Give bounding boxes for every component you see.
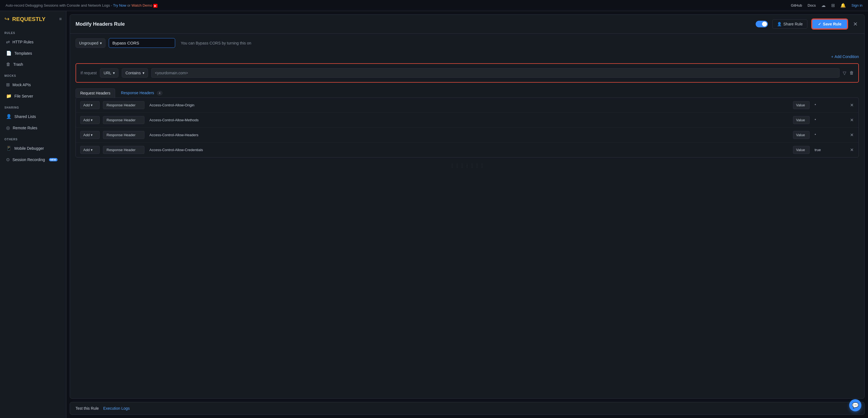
chevron-down-icon: ▾	[113, 71, 115, 75]
headers-table: Add ▾ Response Header Value ✕ Add ▾ Resp…	[75, 98, 859, 158]
sidebar-item-shared-lists[interactable]: 👤 Shared Lists	[2, 111, 64, 122]
watch-demo-link[interactable]: Watch Demo	[131, 3, 152, 7]
sidebar-item-remote-rules[interactable]: ◎ Remote Rules	[2, 123, 64, 133]
delete-condition-icon[interactable]: 🗑	[849, 70, 854, 75]
header-name-input[interactable]	[148, 146, 790, 153]
chevron-down-icon: ▾	[143, 71, 145, 75]
sidebar-item-label: Session Recording	[12, 158, 45, 162]
header-type-select[interactable]: Response Header	[103, 116, 145, 124]
condition-value-input[interactable]	[151, 68, 839, 78]
sidebar-item-session-recording[interactable]: ⊙ Session Recording NEW	[2, 154, 64, 165]
sidebar-item-label: Templates	[14, 51, 32, 56]
sidebar-item-file-server[interactable]: 📁 File Server	[2, 91, 64, 101]
header-value-input[interactable]	[813, 146, 846, 153]
header-name-input[interactable]	[148, 116, 790, 124]
logo-icon: ↪	[4, 15, 9, 23]
chevron-down-icon: ▾	[91, 148, 93, 152]
header-type-select[interactable]: Response Header	[103, 146, 145, 154]
op-label: Add	[83, 133, 90, 137]
tab-count-badge: 4	[157, 91, 162, 95]
rule-panel: Modify Headers Rule 👤 Share Rule ✓ Save …	[70, 14, 865, 399]
logo-text: REQUESTLY	[12, 16, 45, 22]
sidebar-item-mock-apis[interactable]: ⊞ Mock APIs	[2, 79, 64, 90]
header-delete-button[interactable]: ✕	[849, 102, 854, 108]
header-delete-button[interactable]: ✕	[849, 117, 854, 123]
header-op-select[interactable]: Add ▾	[80, 131, 100, 139]
sign-in-link[interactable]: Sign in	[851, 3, 863, 7]
sidebar-item-label: HTTP Rules	[12, 40, 33, 44]
table-row: Add ▾ Response Header Value ✕	[76, 128, 859, 143]
tab-label: Request Headers	[80, 91, 111, 95]
header-type-select[interactable]: Response Header	[103, 131, 145, 139]
condition-type-label: URL	[103, 71, 111, 75]
close-rule-button[interactable]: ✕	[852, 20, 859, 29]
shared-lists-icon: 👤	[6, 114, 11, 119]
header-op-select[interactable]: Add ▾	[80, 116, 100, 124]
cloud-icon[interactable]: ☁	[821, 3, 826, 8]
new-badge: NEW	[49, 158, 58, 161]
test-row: Test this Rule Execution Logs	[70, 402, 865, 415]
templates-icon: 📄	[6, 50, 11, 56]
section-label-rules: RULES	[0, 27, 66, 36]
section-label-mocks: MOCKS	[0, 70, 66, 79]
content-area: Modify Headers Rule 👤 Share Rule ✓ Save …	[66, 11, 868, 418]
header-name-input[interactable]	[148, 131, 790, 139]
rule-title: Modify Headers Rule	[75, 21, 751, 27]
sidebar-item-label: Shared Lists	[14, 114, 36, 119]
docs-link[interactable]: Docs	[808, 3, 816, 7]
chevron-down-icon: ▾	[100, 41, 102, 45]
add-condition-button[interactable]: + Add Condition	[831, 55, 859, 59]
mock-apis-icon: ⊞	[6, 82, 10, 87]
sidebar-item-http-rules[interactable]: ⇄ HTTP Rules	[2, 36, 64, 47]
resize-dots-icon: ⋮⋮⋮⋮⋮⋮⋮	[450, 163, 485, 168]
header-value-input[interactable]	[813, 101, 846, 109]
yt-icon: ▶	[153, 4, 157, 8]
chat-bubble[interactable]: 💬	[849, 399, 861, 411]
sidebar-collapse-btn[interactable]: ≡	[59, 16, 62, 22]
header-delete-button[interactable]: ✕	[849, 132, 854, 138]
sidebar-item-label: File Server	[14, 94, 33, 98]
header-value-input[interactable]	[813, 116, 846, 124]
execution-logs-link[interactable]: Execution Logs	[103, 406, 130, 411]
rule-name-input[interactable]	[109, 38, 175, 48]
group-select[interactable]: Ungrouped ▾	[75, 38, 105, 48]
table-row: Add ▾ Response Header Value ✕	[76, 98, 859, 113]
header-value-type[interactable]: Value	[793, 146, 810, 154]
file-server-icon: 📁	[6, 93, 11, 99]
resize-handle[interactable]: ⋮⋮⋮⋮⋮⋮⋮	[70, 162, 864, 169]
rule-description-input[interactable]	[179, 39, 859, 47]
header-op-select[interactable]: Add ▾	[80, 146, 100, 154]
sidebar-logo: ↪ REQUESTLY ≡	[0, 11, 66, 27]
header-value-type[interactable]: Value	[793, 131, 810, 139]
header-op-select[interactable]: Add ▾	[80, 101, 100, 109]
github-link[interactable]: GitHub	[791, 3, 802, 7]
header-value-input[interactable]	[813, 131, 846, 139]
save-rule-button[interactable]: ✓ Save Rule	[812, 19, 847, 29]
header-value-type[interactable]: Value	[793, 101, 810, 109]
group-label: Ungrouped	[79, 41, 98, 45]
tab-request-headers[interactable]: Request Headers	[75, 89, 115, 98]
rule-toggle[interactable]	[756, 21, 768, 27]
check-icon: ✓	[818, 22, 821, 26]
header-type-select[interactable]: Response Header	[103, 101, 145, 109]
share-rule-button[interactable]: 👤 Share Rule	[772, 19, 807, 29]
chevron-down-icon: ▾	[91, 133, 93, 137]
filter-icon[interactable]: ▽	[843, 70, 846, 76]
try-now-link[interactable]: Try Now	[113, 3, 126, 7]
header-value-type[interactable]: Value	[793, 116, 810, 124]
extension-icon[interactable]: ⊞	[831, 3, 835, 8]
sidebar-item-trash[interactable]: 🗑 Trash	[2, 59, 64, 70]
header-name-input[interactable]	[148, 101, 790, 109]
chevron-down-icon: ▾	[91, 118, 93, 122]
sidebar-item-templates[interactable]: 📄 Templates	[2, 48, 64, 59]
tab-response-headers[interactable]: Response Headers 4	[116, 88, 167, 98]
banner-text: Auto-record Debugging Sessions with Cons…	[5, 3, 157, 7]
banner-nav: GitHub Docs ☁ ⊞ 🔔 Sign in	[791, 3, 863, 8]
chat-icon: 💬	[852, 402, 859, 409]
sidebar-item-mobile-debugger[interactable]: 📱 Mobile Debugger	[2, 143, 64, 153]
notification-icon[interactable]: 🔔	[840, 3, 846, 8]
header-delete-button[interactable]: ✕	[849, 147, 854, 153]
section-label-others: OTHERS	[0, 133, 66, 143]
condition-type-select[interactable]: URL ▾	[100, 68, 118, 78]
condition-operator-select[interactable]: Contains ▾	[122, 68, 148, 78]
